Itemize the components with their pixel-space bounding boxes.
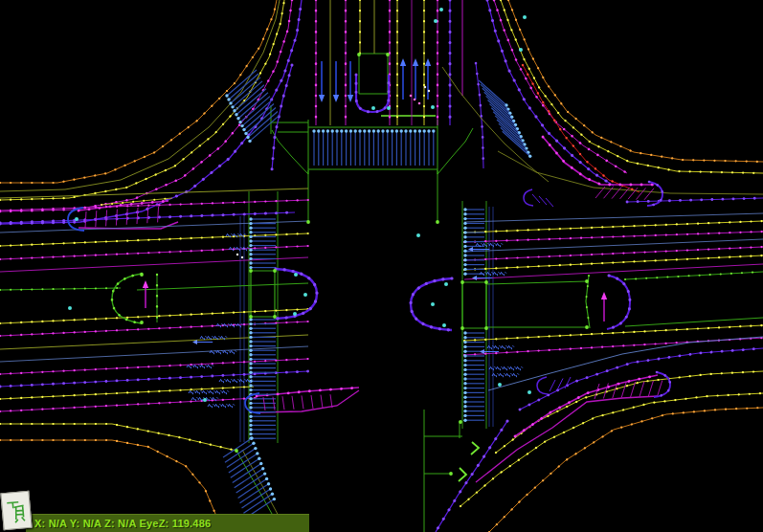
crosswalk-hatches[interactable] — [85, 70, 662, 519]
coordinate-readout: X: N/A Y: N/A Z: N/A EyeZ: 119.486 — [34, 518, 211, 529]
turn-bay-caps[interactable] — [68, 75, 670, 413]
lane-lines[interactable] — [0, 0, 763, 532]
logo-glyph — [5, 498, 28, 524]
map-viewport[interactable]: X: N/A Y: N/A Z: N/A EyeZ: 119.486 — [0, 0, 763, 532]
app-logo[interactable] — [0, 491, 32, 530]
road-network-canvas[interactable] — [0, 0, 763, 532]
vertex-dots[interactable] — [68, 8, 589, 476]
status-bar: X: N/A Y: N/A Z: N/A EyeZ: 119.486 — [26, 514, 309, 532]
